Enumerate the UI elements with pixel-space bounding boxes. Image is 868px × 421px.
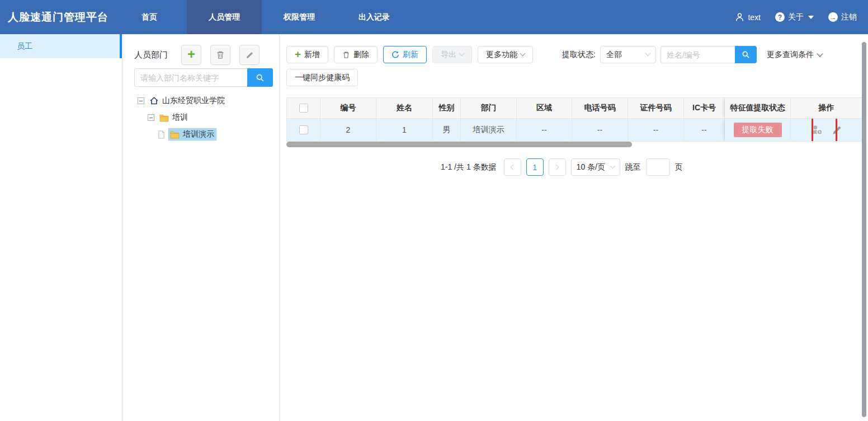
chevron-down-icon xyxy=(610,163,615,169)
prev-page-button[interactable] xyxy=(504,158,521,176)
page-unit-label: 页 xyxy=(675,162,683,172)
filter-bar: 提取状态: 全部 更多查询条件 xyxy=(562,46,822,63)
app-window: 人脸速通门管理平台 首页 人员管理 权限管理 出入记录 text ? 关于 → … xyxy=(0,0,868,421)
logout-label: 注销 xyxy=(841,12,857,22)
row-checkbox[interactable] xyxy=(299,125,308,134)
person-auth-icon[interactable] xyxy=(810,124,824,135)
row-checkbox-cell xyxy=(287,119,320,142)
tab-home[interactable]: 首页 xyxy=(112,0,187,34)
more-functions-label: 更多功能 xyxy=(486,50,517,60)
tree-node-college[interactable]: 山东经贸职业学院 xyxy=(138,95,272,107)
logout-button[interactable]: → 注销 xyxy=(828,12,857,22)
cell-gender: 男 xyxy=(433,119,461,142)
more-query-link[interactable]: 更多查询条件 xyxy=(767,50,822,60)
next-page-button[interactable] xyxy=(549,158,566,176)
table-row: 2 1 男 培训演示 -- -- -- -- 提取失败 xyxy=(287,119,862,142)
question-icon: ? xyxy=(775,12,785,22)
plus-icon: + xyxy=(295,49,301,59)
page-number-button[interactable]: 1 xyxy=(526,158,544,176)
tree-node-training[interactable]: 培训 xyxy=(148,111,272,124)
add-button[interactable]: + 新增 xyxy=(286,46,328,63)
col-ic-card: IC卡号 xyxy=(684,98,725,119)
vertical-scrollbar-thumb[interactable] xyxy=(862,42,866,417)
col-id-number: 证件号码 xyxy=(628,98,684,119)
add-department-button[interactable]: + xyxy=(181,45,201,65)
cell-department: 培训演示 xyxy=(461,119,517,142)
cell-phone: -- xyxy=(572,119,628,142)
chevron-down-icon xyxy=(817,50,823,57)
name-search-button[interactable] xyxy=(735,46,757,63)
personnel-table: 编号 姓名 性别 部门 区域 电话号码 证件号码 IC卡号 特征值提取状态 操作… xyxy=(286,97,862,142)
trash-icon xyxy=(216,50,225,59)
horizontal-scrollbar-thumb[interactable] xyxy=(286,142,632,147)
collapse-icon[interactable] xyxy=(138,97,144,104)
header-checkbox-cell xyxy=(287,98,320,119)
caret-down-icon xyxy=(808,16,814,19)
page-size-value: 10 条/页 xyxy=(577,162,605,172)
chevron-left-icon xyxy=(511,165,516,170)
plus-icon: + xyxy=(187,48,195,61)
jump-page-input[interactable] xyxy=(646,158,670,176)
magnifier-icon xyxy=(256,73,265,82)
tab-permissions[interactable]: 权限管理 xyxy=(262,0,337,34)
col-id: 编号 xyxy=(320,98,376,119)
name-search-input[interactable] xyxy=(661,46,735,63)
sync-health-code-button[interactable]: 一键同步健康码 xyxy=(286,69,358,86)
sidebar-item-employee[interactable]: 员工 xyxy=(0,34,122,58)
logout-arrow-icon: → xyxy=(828,12,838,22)
department-tree: 山东经贸职业学院 培训 培训演示 xyxy=(138,95,272,145)
tree-node-label: 山东经贸职业学院 xyxy=(162,96,225,106)
col-feature-status: 特征值提取状态 xyxy=(725,98,791,119)
delete-button[interactable]: 删除 xyxy=(334,46,378,63)
pagination-summary: 1-1 /共 1 条数据 xyxy=(441,162,497,172)
about-menu[interactable]: ? 关于 xyxy=(775,12,814,22)
tree-node-selected[interactable]: 培训演示 xyxy=(168,128,216,141)
department-panel-title: 人员部门 xyxy=(134,50,168,60)
delete-department-button[interactable] xyxy=(210,45,230,65)
magnifier-icon xyxy=(742,50,750,59)
status-filter-select[interactable]: 全部 xyxy=(600,46,656,63)
export-button[interactable]: 导出 xyxy=(432,46,472,63)
collapse-icon[interactable] xyxy=(148,114,154,121)
status-badge-failed: 提取失败 xyxy=(734,123,782,137)
user-label: text xyxy=(748,13,761,22)
chevron-down-icon xyxy=(459,51,465,57)
refresh-button[interactable]: 刷新 xyxy=(383,46,427,63)
tree-node-label: 培训 xyxy=(172,113,188,123)
more-query-label: 更多查询条件 xyxy=(767,50,814,60)
col-name: 姓名 xyxy=(376,98,433,119)
tree-node-training-demo[interactable]: 培训演示 xyxy=(158,128,272,141)
select-all-checkbox[interactable] xyxy=(299,104,308,113)
pencil-icon xyxy=(246,51,254,59)
trash-icon xyxy=(342,51,350,59)
col-gender: 性别 xyxy=(433,98,461,119)
header-right: text ? 关于 → 注销 xyxy=(735,12,868,22)
tree-node-label: 培训演示 xyxy=(183,129,214,139)
tab-personnel[interactable]: 人员管理 xyxy=(187,0,262,34)
home-icon xyxy=(149,96,159,105)
sync-health-code-label: 一键同步健康码 xyxy=(295,73,350,83)
user-menu[interactable]: text xyxy=(735,12,761,22)
table-header-row: 编号 姓名 性别 部门 区域 电话号码 证件号码 IC卡号 特征值提取状态 操作 xyxy=(287,98,862,119)
folder-icon xyxy=(170,130,180,139)
nav-tabs: 首页 人员管理 权限管理 出入记录 xyxy=(112,0,412,34)
pagination: 1-1 /共 1 条数据 1 10 条/页 跳至 页 xyxy=(441,158,683,176)
user-icon xyxy=(735,12,744,22)
department-search xyxy=(134,68,273,87)
export-button-label: 导出 xyxy=(441,50,456,60)
main-content: + 新增 删除 刷新 导出 更多功能 xyxy=(280,34,868,421)
app-title: 人脸速通门管理平台 xyxy=(0,10,112,25)
cell-ic-card: -- xyxy=(684,119,725,142)
edit-row-icon[interactable] xyxy=(832,125,842,135)
refresh-icon xyxy=(391,51,399,59)
page-size-select[interactable]: 10 条/页 xyxy=(571,158,620,176)
department-search-input[interactable] xyxy=(134,68,247,87)
department-panel-header: 人员部门 + xyxy=(134,45,268,65)
edit-department-button[interactable] xyxy=(239,45,260,65)
department-search-button[interactable] xyxy=(247,68,273,87)
more-functions-button[interactable]: 更多功能 xyxy=(478,46,533,63)
col-department: 部门 xyxy=(461,98,517,119)
toolbar: + 新增 删除 刷新 导出 更多功能 xyxy=(286,46,533,63)
tab-access-records[interactable]: 出入记录 xyxy=(337,0,412,34)
chevron-down-icon xyxy=(645,51,650,57)
